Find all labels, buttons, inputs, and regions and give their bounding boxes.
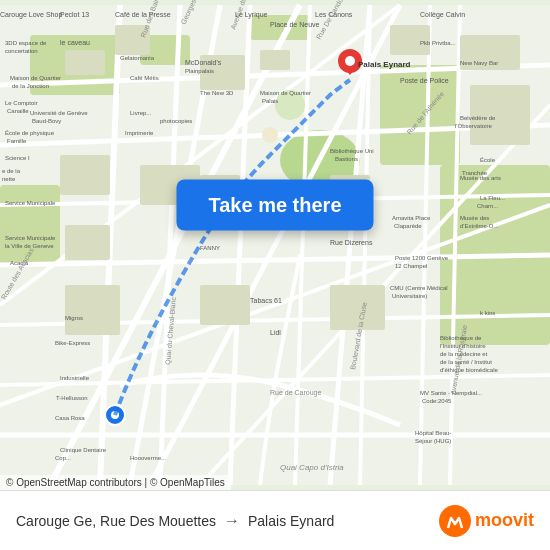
arrow-icon: → bbox=[224, 512, 240, 530]
svg-text:Café de la Presse: Café de la Presse bbox=[115, 11, 171, 18]
svg-text:Palais Eynard: Palais Eynard bbox=[358, 60, 411, 69]
svg-text:Palais: Palais bbox=[262, 98, 278, 104]
svg-text:Famille: Famille bbox=[7, 138, 27, 144]
svg-text:e de la: e de la bbox=[2, 168, 21, 174]
svg-text:Tabacs 61: Tabacs 61 bbox=[250, 297, 282, 304]
svg-text:Service Municipale: Service Municipale bbox=[5, 235, 56, 241]
svg-text:de la médecine et: de la médecine et bbox=[440, 351, 488, 357]
svg-text:McDonald's: McDonald's bbox=[185, 59, 222, 66]
svg-text:Plainpalais: Plainpalais bbox=[185, 68, 214, 74]
moovit-logo: moovit bbox=[439, 505, 534, 537]
map-svg: Place de Neuve Bibliothèque Uni Bastions… bbox=[0, 0, 550, 490]
svg-text:Hôpital Beau-: Hôpital Beau- bbox=[415, 430, 451, 436]
svg-text:Service Municipale: Service Municipale bbox=[5, 200, 56, 206]
svg-text:Amavita Place: Amavita Place bbox=[392, 215, 431, 221]
svg-text:la Ville de Geneve: la Ville de Geneve bbox=[5, 243, 54, 249]
svg-rect-36 bbox=[60, 155, 110, 195]
svg-text:Collège Calvin: Collège Calvin bbox=[420, 11, 465, 19]
svg-text:École de physique: École de physique bbox=[5, 130, 55, 136]
svg-text:Cop...: Cop... bbox=[55, 455, 71, 461]
svg-text:concertation: concertation bbox=[5, 48, 38, 54]
svg-text:Code:2045: Code:2045 bbox=[422, 398, 452, 404]
svg-text:Bibliothèque Uni: Bibliothèque Uni bbox=[330, 148, 374, 154]
svg-text:Carouge Love Shop: Carouge Love Shop bbox=[0, 11, 62, 19]
app-container: Place de Neuve Bibliothèque Uni Bastions… bbox=[0, 0, 550, 550]
origin-text: Carouge Ge, Rue Des Mouettes bbox=[16, 513, 216, 529]
svg-rect-45 bbox=[200, 285, 250, 325]
svg-text:Clinique Dentaire: Clinique Dentaire bbox=[60, 447, 107, 453]
svg-text:FANNY: FANNY bbox=[200, 245, 220, 251]
svg-text:Le Lyrique: Le Lyrique bbox=[235, 11, 268, 19]
svg-text:Charn...: Charn... bbox=[477, 203, 499, 209]
svg-text:Maison de Quartier: Maison de Quartier bbox=[260, 90, 311, 96]
svg-text:Place de Neuve: Place de Neuve bbox=[270, 21, 320, 28]
svg-text:Livrep...: Livrep... bbox=[130, 110, 152, 116]
svg-text:Science I: Science I bbox=[5, 155, 30, 161]
svg-text:La Fleu...: La Fleu... bbox=[480, 195, 505, 201]
svg-rect-32 bbox=[65, 50, 105, 75]
take-me-there-button[interactable]: Take me there bbox=[176, 180, 373, 231]
svg-text:Casa Rosa: Casa Rosa bbox=[55, 415, 85, 421]
svg-text:Universitaire): Universitaire) bbox=[392, 293, 427, 299]
svg-text:Les Canons: Les Canons bbox=[315, 11, 353, 18]
svg-text:l'Institut d'histoire: l'Institut d'histoire bbox=[440, 343, 486, 349]
route-info: Carouge Ge, Rue Des Mouettes → Palais Ey… bbox=[16, 512, 439, 530]
svg-text:Bike-Express: Bike-Express bbox=[55, 340, 90, 346]
svg-text:École: École bbox=[480, 157, 496, 163]
svg-text:CMU (Centre Médical: CMU (Centre Médical bbox=[390, 285, 448, 291]
svg-text:Pkb Privtba...: Pkb Privtba... bbox=[420, 40, 456, 46]
svg-text:d'Extrême-O...: d'Extrême-O... bbox=[460, 223, 499, 229]
svg-point-101 bbox=[345, 56, 355, 66]
svg-text:k kios: k kios bbox=[480, 310, 495, 316]
svg-text:Belvédère de: Belvédère de bbox=[460, 115, 496, 121]
svg-text:le caveau: le caveau bbox=[60, 39, 90, 46]
svg-text:Claparède: Claparède bbox=[394, 223, 422, 229]
svg-text:Hoooverme...: Hoooverme... bbox=[130, 455, 166, 461]
svg-text:nette: nette bbox=[2, 176, 16, 182]
moovit-logo-icon bbox=[439, 505, 471, 537]
svg-text:Gelatomania: Gelatomania bbox=[120, 55, 155, 61]
svg-text:Maison de Quartier: Maison de Quartier bbox=[10, 75, 61, 81]
moovit-brand-name: moovit bbox=[475, 510, 534, 531]
svg-rect-35 bbox=[260, 50, 290, 70]
svg-text:Bastions: Bastions bbox=[335, 156, 358, 162]
svg-text:de la santé / Institut: de la santé / Institut bbox=[440, 359, 492, 365]
svg-text:Industrielle: Industrielle bbox=[60, 375, 90, 381]
svg-text:Bibliothèque de: Bibliothèque de bbox=[440, 335, 482, 341]
svg-text:Rue Dizerens: Rue Dizerens bbox=[330, 239, 373, 246]
svg-text:Séjour (HUG): Séjour (HUG) bbox=[415, 438, 451, 444]
svg-text:l'Observatoire: l'Observatoire bbox=[455, 123, 492, 129]
bottom-bar: Carouge Ge, Rue Des Mouettes → Palais Ey… bbox=[0, 490, 550, 550]
svg-text:Poste 1200 Genève: Poste 1200 Genève bbox=[395, 255, 449, 261]
svg-text:Imprimerie: Imprimerie bbox=[125, 130, 154, 136]
svg-rect-37 bbox=[65, 225, 110, 260]
svg-text:Quai Capo d'Istria: Quai Capo d'Istria bbox=[280, 463, 344, 472]
svg-text:Lidl: Lidl bbox=[270, 329, 281, 336]
map-container: Place de Neuve Bibliothèque Uni Bastions… bbox=[0, 0, 550, 490]
svg-text:Université de Genève: Université de Genève bbox=[30, 110, 88, 116]
svg-text:Peclot 13: Peclot 13 bbox=[60, 11, 89, 18]
svg-text:Poste de Police: Poste de Police bbox=[400, 77, 449, 84]
svg-text:Musée des: Musée des bbox=[460, 215, 489, 221]
svg-text:12 Champel: 12 Champel bbox=[395, 263, 427, 269]
moovit-suffix: it bbox=[523, 510, 534, 530]
svg-text:Tranchée: Tranchée bbox=[462, 170, 488, 176]
svg-text:Baud-Bovy: Baud-Bovy bbox=[32, 118, 61, 124]
moovit-prefix: moov bbox=[475, 510, 523, 530]
svg-text:d'éthique biomédicale: d'éthique biomédicale bbox=[440, 367, 499, 373]
svg-text:de la Jonction: de la Jonction bbox=[12, 83, 49, 89]
svg-text:Café Métis: Café Métis bbox=[130, 75, 159, 81]
destination-text: Palais Eynard bbox=[248, 513, 334, 529]
svg-point-30 bbox=[262, 127, 278, 143]
svg-text:New Navy Bar: New Navy Bar bbox=[460, 60, 498, 66]
svg-text:Migros: Migros bbox=[65, 315, 83, 321]
svg-text:T-Hellusson: T-Hellusson bbox=[56, 395, 88, 401]
svg-text:Le Comptoir: Le Comptoir bbox=[5, 100, 38, 106]
svg-text:3DD espace de: 3DD espace de bbox=[5, 40, 47, 46]
svg-text:photocopies: photocopies bbox=[160, 118, 192, 124]
svg-text:Canaille: Canaille bbox=[7, 108, 29, 114]
map-attribution: © OpenStreetMap contributors | © OpenMap… bbox=[0, 475, 231, 490]
svg-rect-38 bbox=[65, 285, 120, 335]
svg-text:The New 3D: The New 3D bbox=[200, 90, 234, 96]
svg-text:Rue de Carouge: Rue de Carouge bbox=[270, 389, 321, 397]
